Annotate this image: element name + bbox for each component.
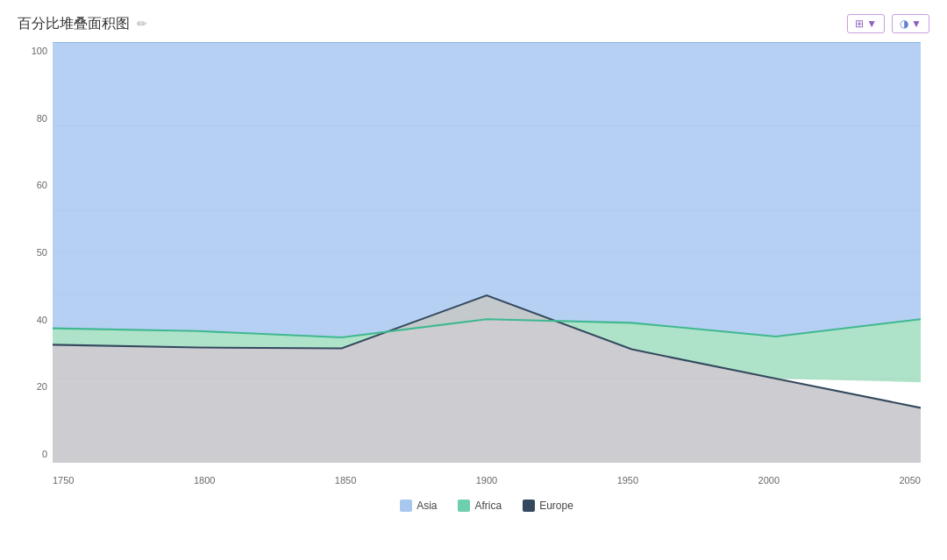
chart-svg <box>53 42 921 463</box>
x-label-2000: 2000 <box>758 475 780 486</box>
view-icon: ⊞ <box>855 18 864 30</box>
legend-item-africa: Africa <box>458 500 502 512</box>
chart-header: 百分比堆叠面积图 ✏ ⊞ ▼ ◑ ▼ <box>18 14 929 33</box>
color-icon: ◑ <box>900 18 908 30</box>
x-label-2050: 2050 <box>899 475 920 486</box>
y-label-50: 50 <box>18 247 53 258</box>
chart-area: 0 20 40 50 60 80 100 <box>18 42 929 515</box>
edit-icon[interactable]: ✏ <box>137 17 147 31</box>
y-label-40: 40 <box>18 315 53 325</box>
legend-item-asia: Asia <box>400 500 437 512</box>
view-toggle-button[interactable]: ⊞ ▼ <box>847 14 885 33</box>
chart-legend: Asia Africa Europe <box>53 500 921 512</box>
y-label-0: 0 <box>18 449 53 459</box>
x-label-1950: 1950 <box>617 475 638 486</box>
chart-svg-container <box>53 42 921 463</box>
chart-title: 百分比堆叠面积图 <box>18 15 130 33</box>
x-label-1800: 1800 <box>194 475 215 486</box>
legend-color-africa <box>458 500 470 512</box>
color-toggle-button[interactable]: ◑ ▼ <box>892 14 929 33</box>
y-label-20: 20 <box>18 381 53 392</box>
y-label-100: 100 <box>18 46 53 56</box>
legend-label-africa: Africa <box>474 500 502 512</box>
title-area: 百分比堆叠面积图 ✏ <box>18 15 147 33</box>
legend-label-asia: Asia <box>417 500 437 512</box>
legend-color-asia <box>400 500 412 512</box>
legend-item-europe: Europe <box>523 500 573 512</box>
y-axis: 0 20 40 50 60 80 100 <box>18 42 53 463</box>
legend-label-europe: Europe <box>539 500 573 512</box>
toolbar-right: ⊞ ▼ ◑ ▼ <box>847 14 929 33</box>
legend-color-europe <box>523 500 535 512</box>
x-label-1850: 1850 <box>335 475 356 486</box>
page-container: 百分比堆叠面积图 ✏ ⊞ ▼ ◑ ▼ 0 20 40 50 60 80 100 <box>0 0 947 560</box>
x-label-1750: 1750 <box>53 475 74 486</box>
x-axis: 1750 1800 1850 1900 1950 2000 2050 <box>53 475 921 486</box>
color-dropdown-icon: ▼ <box>911 18 922 30</box>
x-label-1900: 1900 <box>476 475 497 486</box>
view-dropdown-icon: ▼ <box>866 18 877 30</box>
asia-area <box>53 42 921 337</box>
y-label-60: 60 <box>18 180 53 190</box>
y-label-80: 80 <box>18 113 53 124</box>
